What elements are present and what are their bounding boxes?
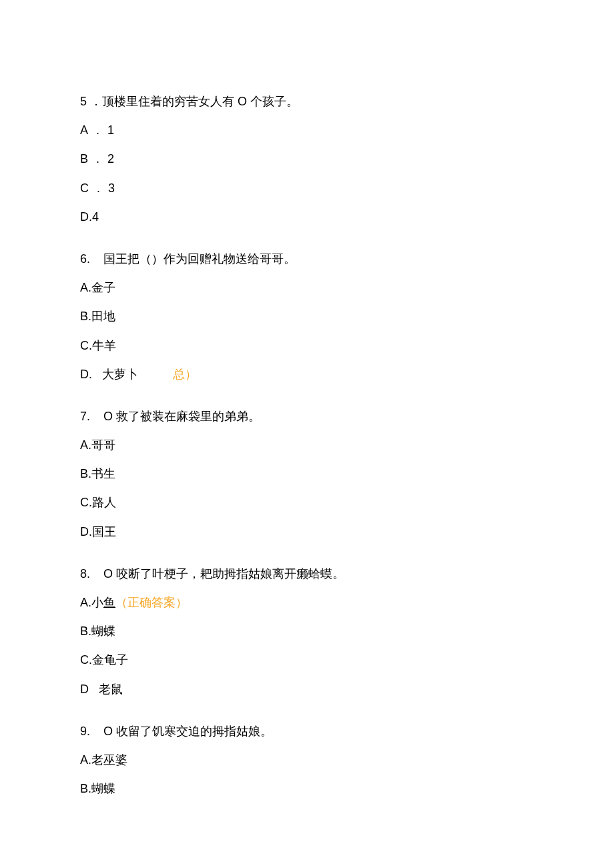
option-label: A.: [80, 123, 107, 137]
option-label: C.: [80, 496, 92, 509]
option-7b: B.书生: [80, 466, 534, 482]
option-label: C.: [80, 653, 92, 667]
option-8c: C.金龟子: [80, 652, 534, 669]
question-7: 7. O 救了被装在麻袋里的弟弟。 A.哥哥 B.书生 C.路人 D.国王: [80, 408, 534, 540]
option-6d: D. 大萝卜 总）: [80, 366, 534, 383]
correct-answer-label: （正确答案）: [115, 596, 188, 609]
question-number: 9.: [80, 725, 90, 738]
option-6c: C.牛羊: [80, 338, 534, 354]
option-underline: 鱼: [103, 596, 115, 609]
option-label: C.: [80, 339, 92, 352]
option-7d: D.国王: [80, 524, 534, 540]
option-value: 小: [91, 596, 103, 609]
question-5-text: 5 ．顶楼里住着的穷苦女人有 O 个孩子。: [80, 93, 534, 110]
question-body: O 救了被装在麻袋里的弟弟。: [103, 410, 260, 423]
question-8: 8. O 咬断了叶梗子，耙助拇指姑娘离开癞蛤蟆。 A.小鱼（正确答案） B.蝴蝶…: [80, 566, 534, 698]
option-value: 国王: [92, 525, 116, 538]
option-7a: A.哥哥: [80, 437, 534, 454]
option-5a: A.1: [80, 122, 534, 139]
question-number: 7.: [80, 410, 90, 423]
option-label: D.: [80, 525, 92, 538]
option-value: 蝴蝶: [91, 782, 115, 795]
question-body: O 收留了饥寒交迫的拇指姑娘。: [103, 725, 272, 738]
option-value: 老鼠: [99, 683, 123, 696]
option-label: D.: [80, 368, 92, 381]
option-label: A.: [80, 753, 91, 767]
option-value: 田地: [91, 310, 115, 323]
question-number: 5: [80, 95, 87, 108]
option-8b: B.蝴蝶: [80, 623, 534, 640]
option-5d: D.4: [80, 209, 534, 226]
question-9: 9. O 收留了饥寒交迫的拇指姑娘。 A.老巫婆 B.蝴蝶: [80, 723, 534, 798]
option-value: 金子: [91, 281, 115, 294]
option-value: 书生: [91, 467, 115, 480]
option-label: D: [80, 683, 89, 696]
option-value: 哥哥: [91, 438, 115, 452]
option-value: 金龟子: [92, 653, 128, 667]
option-label: C.: [80, 181, 108, 195]
question-8-text: 8. O 咬断了叶梗子，耙助拇指姑娘离开癞蛤蟆。: [80, 566, 534, 582]
option-5c: C.3: [80, 180, 534, 197]
option-extra: 总）: [173, 368, 197, 381]
option-value: 老巫婆: [91, 753, 127, 767]
option-label: B.: [80, 310, 91, 323]
option-8a: A.小鱼（正确答案）: [80, 594, 534, 611]
option-9b: B.蝴蝶: [80, 781, 534, 797]
option-label: B.: [80, 782, 91, 795]
question-body: O 咬断了叶梗子，耙助拇指姑娘离开癞蛤蟆。: [103, 567, 344, 580]
question-number: 6.: [80, 252, 90, 266]
question-5: 5 ．顶楼里住着的穷苦女人有 O 个孩子。 A.1 B.2 C.3 D.4: [80, 93, 534, 226]
option-value: 路人: [92, 496, 116, 509]
option-value: 1: [107, 123, 114, 137]
question-9-text: 9. O 收留了饥寒交迫的拇指姑娘。: [80, 723, 534, 740]
option-value: 牛羊: [92, 339, 116, 352]
option-6a: A.金子: [80, 280, 534, 296]
option-value: 大萝卜: [102, 368, 138, 381]
option-label: A.: [80, 438, 91, 452]
option-9a: A.老巫婆: [80, 752, 534, 769]
option-value: 2: [107, 152, 114, 165]
option-label: A.: [80, 281, 91, 294]
option-6b: B.田地: [80, 308, 534, 325]
question-6: 6. 国王把（）作为回赠礼物送给哥哥。 A.金子 B.田地 C.牛羊 D. 大萝…: [80, 251, 534, 383]
question-7-text: 7. O 救了被装在麻袋里的弟弟。: [80, 408, 534, 425]
option-label: B.: [80, 467, 91, 480]
question-body: ．顶楼里住着的穷苦女人有 O 个孩子。: [90, 95, 298, 108]
question-body: 国王把（）作为回赠礼物送给哥哥。: [103, 252, 296, 266]
option-8d: D 老鼠: [80, 681, 534, 698]
question-6-text: 6. 国王把（）作为回赠礼物送给哥哥。: [80, 251, 534, 268]
option-label: B.: [80, 152, 107, 165]
option-5b: B.2: [80, 151, 534, 167]
option-value: 3: [108, 181, 115, 195]
option-label: A.: [80, 596, 91, 609]
option-label: B.: [80, 624, 91, 638]
option-value: 蝴蝶: [91, 624, 115, 638]
question-number: 8.: [80, 567, 90, 580]
option-7c: C.路人: [80, 494, 534, 511]
option-label: D.4: [80, 210, 99, 224]
